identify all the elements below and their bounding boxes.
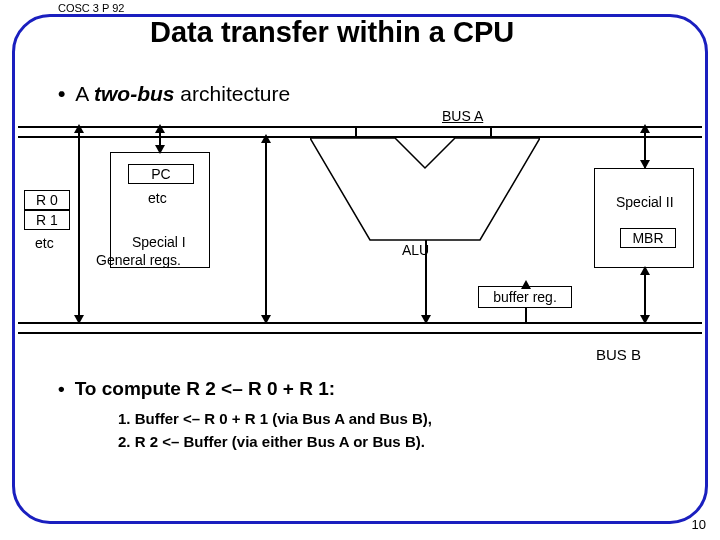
compute-heading: •To compute R 2 <– R 0 + R 1: [58,378,335,400]
arrow-icon [261,134,271,143]
arrow-icon [640,315,650,324]
connector [525,308,527,322]
step-1: 1. Buffer <– R 0 + R 1 (via Bus A and Bu… [118,408,432,431]
arrow-icon [155,145,165,154]
arrow-icon [74,315,84,324]
arrow-icon [640,160,650,169]
bus-b-line [18,332,702,334]
diagram: BUS A R 0 R 1 etc PC etc Special I Gener… [0,108,720,408]
connector [425,240,427,322]
reg-r1: R 1 [24,210,70,230]
step-2: 2. R 2 <– Buffer (via either Bus A or Bu… [118,431,432,454]
arrow-icon [261,315,271,324]
arrow-icon [521,280,531,289]
connector [265,138,267,322]
subtitle: •A two-bus architecture [58,82,290,106]
arrow-icon [421,315,431,324]
bus-b-label: BUS B [596,346,641,363]
connector [78,126,80,322]
arrow-icon [640,266,650,275]
svg-marker-0 [310,138,540,240]
arrow-icon [74,124,84,133]
special1-group [110,152,210,268]
course-code: COSC 3 P 92 [52,2,130,14]
slide-title: Data transfer within a CPU [150,16,514,49]
connector [355,126,357,138]
connector [644,268,646,322]
connector [490,126,492,138]
steps-list: 1. Buffer <– R 0 + R 1 (via Bus A and Bu… [118,408,432,453]
bus-a-line [18,126,702,128]
bus-b-line [18,322,702,324]
page-number: 10 [692,517,706,532]
etc-label: etc [33,235,56,251]
bus-a-label: BUS A [442,108,483,124]
arrow-icon [155,124,165,133]
reg-r0: R 0 [24,190,70,210]
special2-group [594,168,694,268]
arrow-icon [640,124,650,133]
buffer-reg-box: buffer reg. [478,286,572,308]
